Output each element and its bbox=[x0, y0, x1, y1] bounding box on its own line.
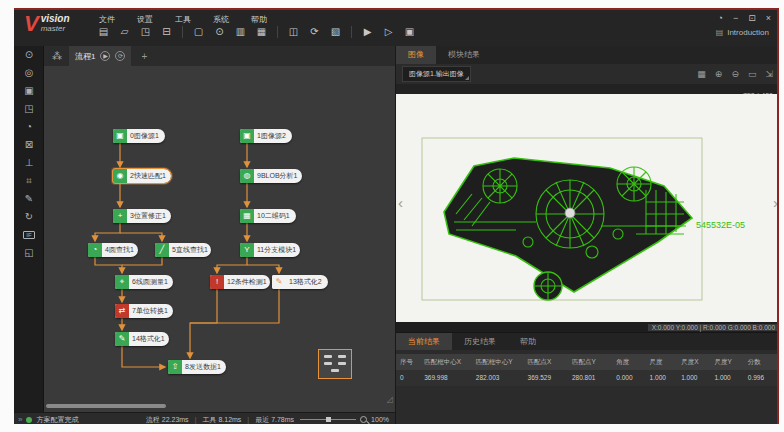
flow-node-n10[interactable]: ▦10二维码1 bbox=[240, 209, 296, 223]
match-label-text: 545532E-05 bbox=[696, 220, 745, 230]
run-continuous-icon[interactable]: ▷ bbox=[381, 24, 396, 39]
flow-node-n7[interactable]: ⇄7单位转换1 bbox=[115, 304, 173, 318]
communication-icon[interactable]: ▦ bbox=[254, 24, 269, 39]
column-header: 尺度Y bbox=[710, 354, 743, 370]
close-button[interactable]: × bbox=[766, 12, 771, 24]
status-bar: » 方案配置完成 流程 22.23ms|工具 8.12ms|最近 7.78ms … bbox=[14, 412, 395, 424]
module-list-icon[interactable]: ▥ bbox=[233, 24, 248, 39]
canvas-minimap[interactable] bbox=[318, 349, 352, 379]
sidebar-item-recognition[interactable]: ◔ bbox=[14, 118, 44, 136]
flow-node-n9[interactable]: ◍9BLOB分析1 bbox=[240, 169, 302, 183]
node-icon: ✎ bbox=[115, 332, 129, 346]
flow-node-n5[interactable]: ╱5直线查找1 bbox=[155, 243, 211, 257]
flow-run-loop-button[interactable]: ⟳ bbox=[115, 51, 125, 61]
one-to-one-icon[interactable]: ▭ bbox=[748, 69, 757, 79]
sidebar-item-logic-loop[interactable]: ↻ bbox=[14, 208, 44, 226]
global-variable-icon[interactable]: ⟳ bbox=[307, 24, 322, 39]
table-header-row: 序号匹配框中心X匹配框中心Y匹配点X匹配点Y角度尺度尺度X尺度Y分数 bbox=[396, 354, 779, 370]
statusbar-expand-button[interactable]: » bbox=[18, 415, 22, 424]
perf-工具: 工具 8.12ms bbox=[202, 415, 241, 425]
restore-button[interactable]: ⊡ bbox=[748, 12, 756, 24]
result-tab-帮助[interactable]: 帮助 bbox=[508, 333, 548, 350]
image-viewer[interactable]: ‹ › bbox=[396, 94, 779, 322]
export-icon[interactable]: ⊟ bbox=[159, 24, 174, 39]
perf-流程: 流程 22.23ms bbox=[146, 415, 189, 425]
node-icon: ◔ bbox=[88, 243, 102, 257]
toolbar-separator bbox=[351, 26, 352, 38]
pixel-coordinates: X:0.000 Y:0.000 | R:0.000 G:0.000 B:0.00… bbox=[648, 324, 779, 331]
save-as-icon[interactable]: ◳ bbox=[138, 24, 153, 39]
flow-node-n3[interactable]: +3位置修正1 bbox=[113, 209, 171, 223]
flow-node-n8[interactable]: ⇧8发送数据1 bbox=[168, 360, 226, 374]
node-icon: ⇄ bbox=[115, 304, 129, 318]
flow-node-n2[interactable]: ◉2快速匹配1 bbox=[113, 169, 171, 183]
column-header: 匹配点X bbox=[524, 354, 568, 370]
tab-模块结果[interactable]: 模块结果 bbox=[436, 46, 492, 64]
sidebar-item-acquisition[interactable]: ⊙ bbox=[14, 46, 44, 64]
canvas-horizontal-scrollbar[interactable] bbox=[46, 404, 166, 408]
canvas-resize-handle[interactable]: ◿ bbox=[387, 395, 393, 404]
column-header: 尺度X bbox=[677, 354, 710, 370]
camera-icon[interactable]: ⊙ bbox=[212, 24, 227, 39]
sidebar-item-image-processing[interactable]: ▣ bbox=[14, 82, 44, 100]
node-label: 10二维码1 bbox=[254, 211, 295, 221]
flow-node-n4[interactable]: ◔4圆查找1 bbox=[88, 243, 138, 257]
flow-tab-bar: ⁂ 流程1 ▶ ⟳ + bbox=[44, 46, 395, 66]
flow-node-n1[interactable]: ▣1图像源2 bbox=[240, 129, 292, 143]
add-flow-button[interactable]: + bbox=[141, 51, 147, 62]
sidebar-item-location[interactable]: ◎ bbox=[14, 64, 44, 82]
prev-image-button[interactable]: ‹ bbox=[398, 194, 403, 211]
sidebar-item-alignment[interactable]: ⌗ bbox=[14, 172, 44, 190]
flow-tab[interactable]: 流程1 ▶ ⟳ bbox=[69, 46, 131, 66]
fullscreen-icon[interactable]: ⇲ bbox=[765, 69, 773, 79]
zoom-in-icon[interactable]: ⊕ bbox=[715, 69, 723, 79]
result-tab-历史结果[interactable]: 历史结果 bbox=[452, 333, 508, 350]
stop-icon[interactable]: ▣ bbox=[402, 24, 417, 39]
sidebar-item-calibration[interactable]: ⊥ bbox=[14, 154, 44, 172]
zoom-out-icon[interactable]: ⊖ bbox=[731, 69, 739, 79]
flow-edge bbox=[122, 346, 164, 367]
flow-node-n6[interactable]: ⌖6线圆测量1 bbox=[115, 275, 173, 289]
flow-edge bbox=[120, 233, 162, 240]
introduction-link[interactable]: ▤ Introduction bbox=[716, 28, 769, 37]
flow-node-n14[interactable]: ✎14格式化1 bbox=[115, 332, 169, 346]
sidebar-item-script[interactable]: ◱ bbox=[14, 244, 44, 262]
flow-hierarchy-icon[interactable]: ⁂ bbox=[52, 51, 62, 62]
flow-node-n0[interactable]: ▣0图像源1 bbox=[113, 129, 165, 143]
image-source-dropdown[interactable]: 图像源1.输出图像 bbox=[402, 66, 471, 82]
node-icon: ◉ bbox=[113, 169, 127, 183]
flow-canvas[interactable]: ▣0图像源1▣1图像源2◉2快速匹配1◍9BLOB分析1+3位置修正1▦10二维… bbox=[44, 66, 395, 412]
introduction-icon: ▤ bbox=[716, 28, 724, 37]
flow-node-n12[interactable]: !12条件检测1 bbox=[210, 275, 270, 289]
tab-图像[interactable]: 图像 bbox=[396, 46, 436, 64]
sidebar-item-logic-if[interactable]: IF bbox=[14, 226, 44, 244]
result-tabs: 当前结果历史结果帮助 bbox=[396, 332, 779, 350]
flow-node-n11[interactable]: Y11分支模块1 bbox=[240, 243, 300, 257]
image-source-dropdown-value: 图像源1.输出图像 bbox=[409, 70, 464, 77]
sidebar-item-measurement[interactable]: ◳ bbox=[14, 100, 44, 118]
minimize-button[interactable]: − bbox=[733, 12, 738, 24]
flow-node-n13[interactable]: ✎13格式化2 bbox=[272, 275, 328, 289]
cycle-settings-icon[interactable]: ▧ bbox=[328, 24, 343, 39]
status-message: 方案配置完成 bbox=[36, 415, 78, 425]
flow-run-once-button[interactable]: ▶ bbox=[100, 51, 110, 61]
run-once-icon[interactable]: ▶ bbox=[360, 24, 375, 39]
node-label: 6线圆测量1 bbox=[129, 277, 173, 287]
node-label: 3位置修正1 bbox=[127, 211, 171, 221]
node-icon: ╱ bbox=[155, 243, 169, 257]
next-image-button[interactable]: › bbox=[773, 194, 778, 211]
sidebar-item-deep-learning[interactable]: ⊠ bbox=[14, 136, 44, 154]
io-icon[interactable]: ◫ bbox=[286, 24, 301, 39]
logo-line1: vision bbox=[41, 13, 70, 24]
table-row[interactable]: 0369.998282.003369.529280.8010.0001.0001… bbox=[396, 370, 779, 386]
canvas-zoom-slider[interactable] bbox=[300, 419, 356, 420]
column-header: 序号 bbox=[396, 354, 420, 370]
layout-icon[interactable]: ▢ bbox=[191, 24, 206, 39]
fit-window-icon[interactable]: ▦ bbox=[697, 69, 706, 79]
save-icon[interactable]: ▤ bbox=[96, 24, 111, 39]
result-tab-当前结果[interactable]: 当前结果 bbox=[396, 333, 452, 350]
about-button[interactable]: ◔ bbox=[717, 12, 722, 24]
open-icon[interactable]: ▱ bbox=[117, 24, 132, 39]
sidebar-item-defect-detection[interactable]: ✎ bbox=[14, 190, 44, 208]
toolbar-separator bbox=[182, 26, 183, 38]
